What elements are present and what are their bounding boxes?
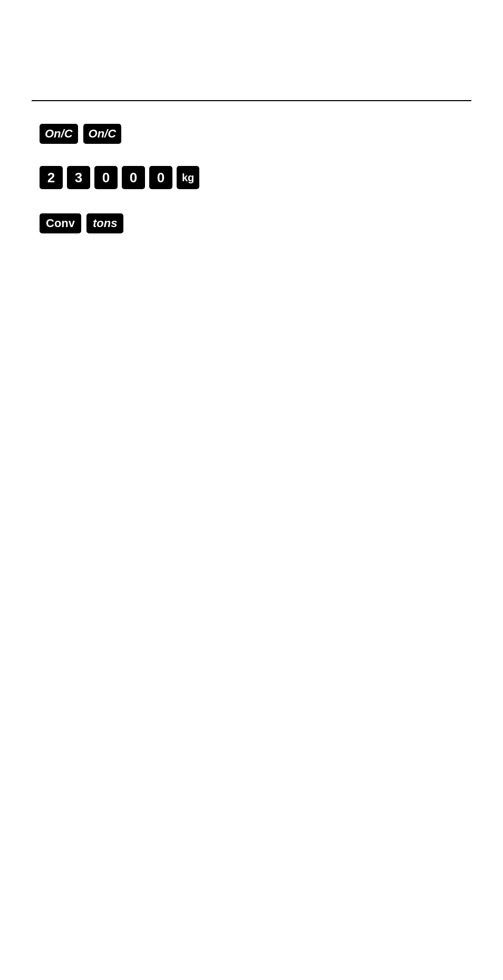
onc-button-row: On/C On/C [40,124,121,144]
digits-row: 2 3 0 0 0 kg [40,166,199,189]
digit-0-1: 0 [94,166,118,189]
digit-2: 2 [40,166,63,189]
conv-button[interactable]: Conv [40,213,81,233]
tons-button[interactable]: tons [86,213,123,233]
digit-3: 3 [67,166,90,189]
digit-0-3: 0 [149,166,172,189]
conv-row: Conv tons [40,213,123,233]
horizontal-rule [32,100,471,101]
onc-button-2[interactable]: On/C [83,124,122,144]
digit-0-2: 0 [122,166,145,189]
onc-button-1[interactable]: On/C [40,124,78,144]
unit-kg: kg [177,166,199,189]
